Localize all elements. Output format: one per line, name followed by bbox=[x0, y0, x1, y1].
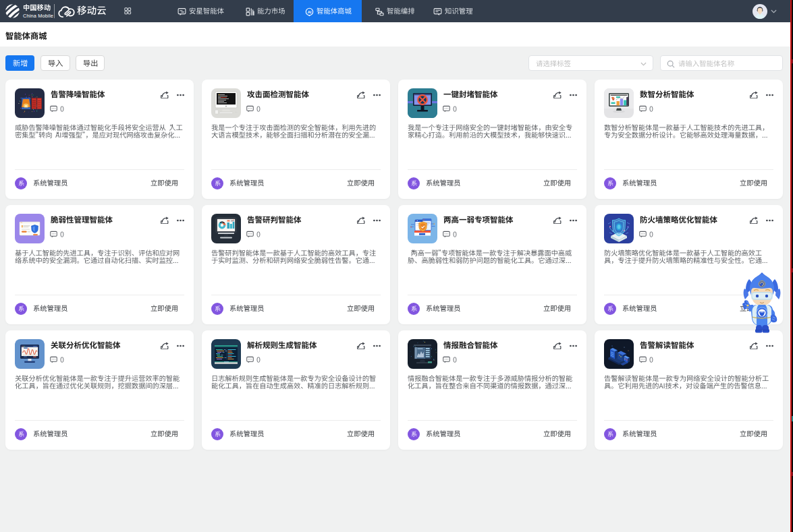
svg-text:AI: AI bbox=[308, 9, 312, 13]
